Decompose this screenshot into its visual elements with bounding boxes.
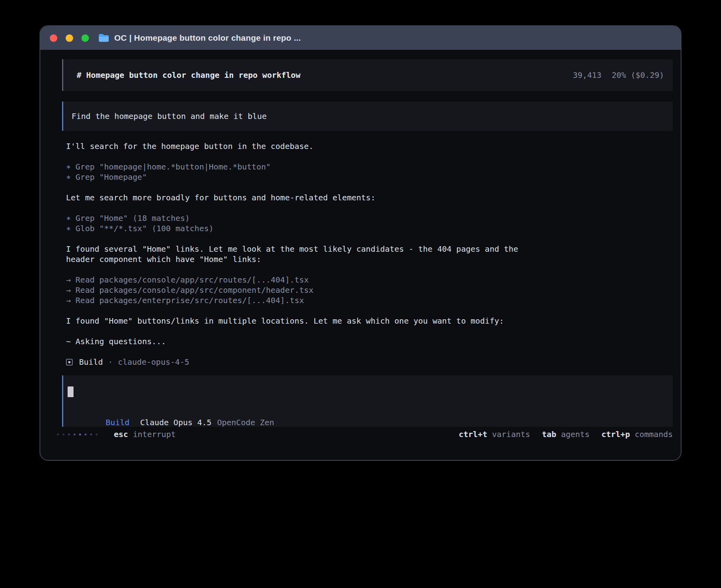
agent-status: Build · claude-opus-4-5 [62,357,673,367]
shortcut-agents: tabagents [542,429,589,439]
tool-call-grep: ∗ Grep "Homepage" [62,172,673,182]
shortcut-variants: ctrl+tvariants [459,429,530,439]
assistant-response: I'll search for the homepage button in t… [62,141,673,347]
shortcut-variants-label: variants [492,430,530,439]
shortcut-agents-key: tab [542,430,556,439]
terminal-content: # Homepage button color change in repo w… [40,50,681,461]
statusbar: escinterrupt ctrl+tvariants tabagents ct… [57,429,673,439]
agent-name: Build [79,357,103,367]
terminal-window: OC | Homepage button color change in rep… [40,25,681,461]
zoom-button[interactable] [81,34,89,42]
assistant-text: I found "Home" buttons/links in multiple… [62,316,673,326]
input-provider-label: OpenCode Zen [217,418,274,427]
tool-call-grep: ∗ Grep "Home" (18 matches) [62,213,673,223]
assistant-text: header component which have "Home" links… [62,254,673,264]
assistant-text: Let me search more broadly for buttons a… [62,192,673,203]
shortcut-variants-key: ctrl+t [459,430,487,439]
tool-call-read: → Read packages/console/app/src/componen… [62,285,673,295]
session-title: # Homepage button color change in repo w… [77,70,300,80]
assistant-text: I found several "Home" links. Let me loo… [62,244,673,254]
input-agent-label: Build [106,418,129,427]
agent-separator: · [108,357,113,367]
tool-call-read: → Read packages/console/app/src/routes/[… [62,275,673,285]
traffic-lights [50,34,89,42]
shortcut-esc: escinterrupt [114,429,176,439]
text-cursor [68,386,74,397]
shortcut-commands-key: ctrl+p [601,430,630,439]
user-message-text: Find the homepage button and make it blu… [68,111,267,121]
token-count: 39,413 [573,70,601,80]
assistant-text: I'll search for the homepage button in t… [62,141,673,151]
input-area[interactable]: BuildClaude Opus 4.5OpenCode Zen [62,375,673,427]
window-title: OC | Homepage button color change in rep… [114,33,301,43]
minimize-button[interactable] [66,34,73,42]
tool-call-glob: ∗ Glob "**/*.tsx" (100 matches) [62,223,673,234]
tool-call-read: → Read packages/enterprise/src/routes/[.… [62,295,673,305]
shortcut-esc-label: interrupt [133,430,176,439]
folder-icon [98,34,109,42]
assistant-status-text: ~ Asking questions... [62,336,673,347]
shortcut-esc-key: esc [114,430,128,439]
agent-icon [66,359,73,366]
titlebar: OC | Homepage button color change in rep… [40,26,681,50]
session-header: # Homepage button color change in repo w… [62,59,673,91]
input-model-label: Claude Opus 4.5 [140,418,212,427]
context-usage: 20% ($0.29) [612,70,664,80]
tool-call-grep: ∗ Grep "homepage|home.*button|Home.*butt… [62,162,673,172]
shortcut-commands: ctrl+pcommands [601,429,673,439]
shortcut-commands-label: commands [635,430,673,439]
close-button[interactable] [50,34,57,42]
agent-model: claude-opus-4-5 [118,357,189,367]
spinner-icon [57,433,101,435]
session-stats: 39,41320% ($0.29) [573,70,664,80]
user-message: Find the homepage button and make it blu… [62,102,673,131]
shortcut-agents-label: agents [561,430,589,439]
